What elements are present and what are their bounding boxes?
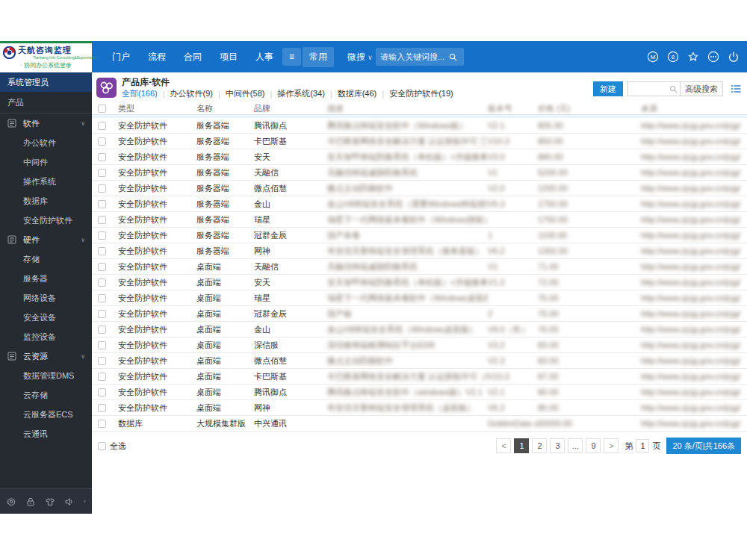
table-row[interactable]: 安全防护软件桌面端安天安天智甲终端防御系统（单机版）+升级服务V1.272.00… (92, 275, 747, 290)
speaker-sound-icon[interactable] (64, 497, 75, 507)
tab-操作系统(34)[interactable]: 操作系统(34) (277, 88, 325, 99)
list-view-icon[interactable] (731, 84, 741, 94)
table-row[interactable]: 安全防护软件服务器端微点佰慧微点主动防御软件V2.01200.00http://… (92, 181, 747, 196)
table-row[interactable]: 安全防护软件桌面端深信服深信服终端检测响应平台EDRV3.283.00http:… (92, 337, 747, 353)
sidebar-item-服务器[interactable]: 服务器 (0, 269, 92, 288)
row-checkbox[interactable] (98, 357, 106, 365)
search-scope-dropdown[interactable]: 微搜 ∨ (347, 51, 373, 63)
cell-source[interactable]: http://www.zjcjg.gov.cn/jcjg/ (641, 340, 747, 349)
sidebar-item-云服务器ECS[interactable]: 云服务器ECS (0, 405, 92, 424)
row-checkbox[interactable] (98, 341, 106, 349)
sidebar-item-操作系统[interactable]: 操作系统 (0, 172, 92, 191)
table-row[interactable]: 安全防护软件桌面端天融信天融信终端威胁防御系统V171.00http://www… (92, 259, 747, 275)
cell-source[interactable]: http://www.zjcjg.gov.cn/jcjg/ (641, 325, 747, 334)
table-row[interactable]: 安全防护软件服务器端瑞星瑞星下一代网络版杀毒软件（Windows授权）1750.… (92, 212, 747, 228)
row-checkbox[interactable] (98, 122, 106, 130)
row-checkbox[interactable] (98, 310, 106, 318)
sidebar-group-软件[interactable]: 软件∨ (0, 113, 92, 133)
tab-全部(166)[interactable]: 全部(166) (122, 88, 158, 99)
tab-中间件(58)[interactable]: 中间件(58) (226, 88, 265, 99)
column-header-4[interactable]: 描述 (327, 103, 488, 114)
page-jump-input[interactable]: 1 (636, 439, 649, 452)
row-checkbox[interactable] (98, 216, 106, 224)
column-header-3[interactable]: 品牌 (254, 103, 327, 114)
table-row[interactable]: 安全防护软件服务器端冠群金辰国产杀毒11100.00http://www.zjc… (92, 228, 747, 243)
cell-source[interactable]: http://www.zjcjg.gov.cn/jcjg/ (641, 121, 747, 130)
cell-source[interactable]: http://www.zjcjg.gov.cn/jcjg/ (641, 231, 747, 240)
cell-source[interactable]: http://www.zjcjg.gov.cn/jcjg/ (641, 278, 747, 287)
m-badge-icon[interactable]: M (647, 51, 659, 63)
table-row[interactable]: 安全防护软件桌面端冠群金辰国产版275.00http://www.zjcjg.g… (92, 306, 747, 322)
cell-source[interactable]: http://www.zjcjg.gov.cn/jcjg/ (641, 388, 747, 396)
theme-shirt-icon[interactable] (45, 497, 55, 507)
star-favorites-icon[interactable] (687, 51, 699, 63)
cell-source[interactable]: http://www.zjcjg.gov.cn/jcjg/ (641, 152, 747, 161)
sidebar-item-安全防护软件[interactable]: 安全防护软件 (0, 211, 92, 230)
row-checkbox[interactable] (98, 294, 106, 302)
cell-source[interactable]: http://www.zjcjg.gov.cn/jcjg/ (641, 419, 747, 428)
row-checkbox[interactable] (98, 420, 106, 428)
table-row[interactable]: 安全防护软件服务器端安天安天智甲终端防御系统（单机版）+升级服务V3.0880.… (92, 149, 747, 165)
table-row[interactable]: 安全防护软件桌面端腾讯御点腾讯御点终端安全软件（windows版）V2.1V2.… (92, 385, 747, 400)
cell-source[interactable]: http://www.zjcjg.gov.cn/jcjg/ (641, 199, 747, 208)
page-button-1[interactable]: 1 (514, 438, 529, 453)
page-button-3[interactable]: 3 (550, 438, 565, 453)
table-row[interactable]: 安全防护软件桌面端金山金山V8终端安全系统（Windows桌面版）V9.0（长）… (92, 322, 747, 337)
message-icon[interactable]: e (667, 51, 679, 63)
global-search-input[interactable]: 请输入关键词搜... (376, 48, 464, 66)
nav-item-流程[interactable]: 流程 (140, 48, 173, 66)
table-row[interactable]: 安全防护软件服务器端卡巴斯基卡巴斯基网络安全解决方案 认证授权许可 三年期...… (92, 134, 747, 149)
row-checkbox[interactable] (98, 247, 106, 255)
row-checkbox[interactable] (98, 388, 106, 396)
table-row[interactable]: 安全防护软件桌面端微点佰慧微点主动防御软件V2.383.00http://www… (92, 353, 747, 369)
page-size-summary[interactable]: 20 条/页|共166条 (666, 438, 741, 454)
sidebar-item-数据库[interactable]: 数据库 (0, 191, 92, 211)
cell-source[interactable]: http://www.zjcjg.gov.cn/jcjg/ (641, 215, 747, 224)
page-button-2[interactable]: 2 (532, 438, 547, 453)
cell-source[interactable]: http://www.zjcjg.gov.cn/jcjg/ (641, 403, 747, 412)
new-button[interactable]: 新建 (593, 81, 623, 96)
advanced-search-button[interactable]: 高级搜索 (680, 82, 722, 96)
tab-安全防护软件(19)[interactable]: 安全防护软件(19) (389, 88, 453, 99)
sidebar-item-数据管理DMS[interactable]: 数据管理DMS (0, 366, 92, 385)
table-row[interactable]: 安全防护软件桌面端网神奇安信天擎终端安全管理系统（桌面版）V6.285.00ht… (92, 400, 747, 416)
column-header-7[interactable]: 来源 (641, 103, 747, 114)
cell-source[interactable]: http://www.zjcjg.gov.cn/jcjg/ (641, 309, 747, 318)
row-checkbox[interactable] (98, 169, 106, 177)
table-row[interactable]: 安全防护软件服务器端金山金山V8终端安全系统（需要Windows终端授权）V6.… (92, 196, 747, 212)
column-header-5[interactable]: 版本号 (488, 103, 538, 114)
column-header-6[interactable]: 价格 (元) (538, 103, 641, 114)
sidebar-item-product[interactable]: 产品 (0, 92, 92, 113)
nav-item-项目[interactable]: 项目 (212, 48, 245, 66)
gear-settings-icon[interactable] (6, 497, 16, 507)
nav-more-button[interactable]: ≡ (282, 48, 301, 66)
sidebar-item-云通讯[interactable]: 云通讯 (0, 424, 92, 444)
power-logout-icon[interactable] (728, 51, 740, 63)
cell-source[interactable]: http://www.zjcjg.gov.cn/jcjg/ (641, 137, 747, 146)
cell-source[interactable]: http://www.zjcjg.gov.cn/jcjg/ (641, 184, 747, 193)
table-row[interactable]: 数据库大规模集群版中兴通讯GoldenData s...50000.00http… (92, 416, 747, 432)
select-all-checkbox[interactable] (98, 442, 106, 450)
nav-item-门户[interactable]: 门户 (105, 48, 137, 66)
next-page-button[interactable]: > (604, 438, 619, 453)
row-checkbox[interactable] (98, 279, 106, 287)
column-header-2[interactable]: 名称 (196, 103, 254, 114)
cell-source[interactable]: http://www.zjcjg.gov.cn/jcjg/ (641, 356, 747, 365)
table-row[interactable]: 安全防护软件服务器端腾讯御点腾讯御点终端安全软件（Windows版）V2.180… (92, 118, 747, 134)
prev-page-button[interactable]: < (496, 438, 511, 453)
tab-办公软件(9)[interactable]: 办公软件(9) (170, 88, 213, 99)
sidebar-item-网络设备[interactable]: 网络设备 (0, 288, 92, 308)
row-checkbox[interactable] (98, 373, 106, 381)
nav-item-合同[interactable]: 合同 (176, 48, 209, 66)
nav-quick-button[interactable]: 常用 (303, 47, 334, 67)
row-checkbox[interactable] (98, 200, 106, 208)
table-row[interactable]: 安全防护软件桌面端瑞星瑞星下一代网络版杀毒软件（Windows桌面授权）75.0… (92, 290, 747, 306)
nav-item-人事[interactable]: 人事 (248, 48, 281, 66)
row-checkbox[interactable] (98, 326, 106, 334)
cell-source[interactable]: http://www.zjcjg.gov.cn/jcjg/ (641, 246, 747, 255)
table-row[interactable]: 安全防护软件服务器端天融信天融信终端威胁防御系统V15200.00http://… (92, 165, 747, 181)
header-checkbox[interactable] (98, 105, 106, 113)
sidebar-item-监控设备[interactable]: 监控设备 (0, 327, 92, 346)
sidebar-item-中间件[interactable]: 中间件 (0, 152, 92, 172)
page-button-9[interactable]: 9 (586, 438, 601, 453)
